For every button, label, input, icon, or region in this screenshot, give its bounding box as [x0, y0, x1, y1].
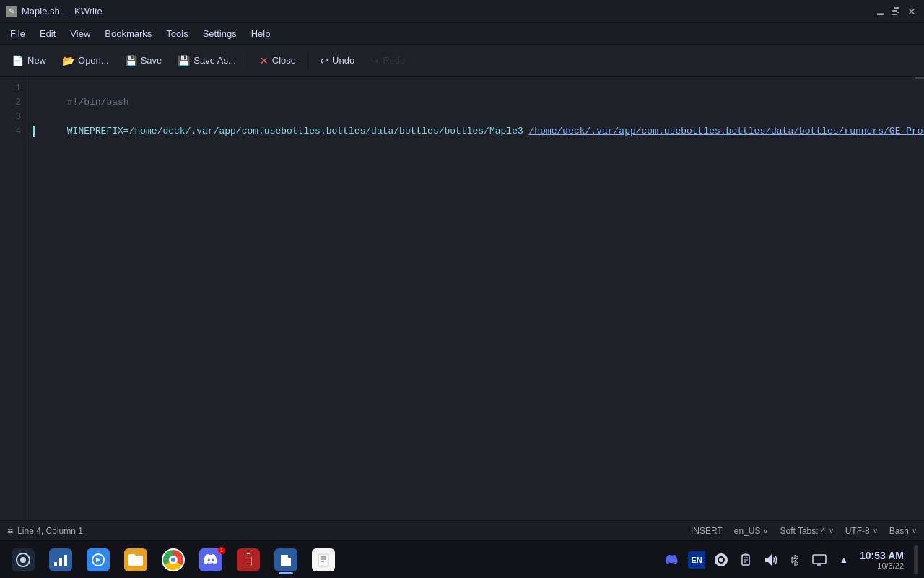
statusbar-left: ≡ Line 4, Column 1	[7, 525, 83, 537]
taskbar-tray: EN	[663, 545, 918, 574]
tabs-text: Soft Tabs: 4	[780, 526, 825, 536]
redo-button[interactable]: ↪ Redo	[363, 49, 412, 72]
tray-expand[interactable]: ▲	[835, 551, 853, 569]
toolbar-separator-2	[308, 52, 308, 69]
code-line-1: #!/bin/bash	[33, 81, 918, 95]
taskbar-app-notepad[interactable]	[306, 544, 341, 576]
chrome-icon-center	[169, 556, 178, 564]
taskbar-app-chrome[interactable]	[156, 544, 191, 576]
tray-volume[interactable]	[762, 551, 779, 569]
svg-rect-3	[64, 555, 67, 566]
taskmanager-icon	[49, 548, 72, 571]
line-num-3: 3	[0, 110, 27, 124]
tabs-selector[interactable]: Soft Tabs: 4 ∨	[780, 526, 833, 536]
redo-icon: ↪	[370, 56, 379, 66]
menu-edit[interactable]: Edit	[32, 25, 63, 42]
tray-clipboard[interactable]	[737, 551, 754, 569]
syntax-text: Bash	[889, 526, 909, 536]
taskbar-apps: 1	[6, 544, 341, 576]
editor-content[interactable]: #!/bin/bash WINEPREFIX=/home/deck/.var/a…	[27, 77, 924, 520]
language-text: en_US	[734, 526, 761, 536]
menu-file[interactable]: File	[3, 25, 32, 42]
titlebar-left: ✎ Maple.sh — KWrite	[6, 6, 103, 17]
close-button[interactable]: ✕	[905, 5, 918, 18]
wineprefix-path: /home/deck/.var/app/com.usebottles.bottl…	[129, 126, 523, 137]
tray-discord[interactable]	[663, 551, 681, 569]
notepad-icon	[312, 548, 335, 571]
clock-date: 10/3/22	[877, 561, 904, 570]
tray-steam[interactable]	[712, 551, 730, 569]
save-button[interactable]: 💾 Save	[118, 49, 170, 72]
titlebar-controls: 🗕 🗗 ✕	[873, 5, 918, 18]
svg-point-0	[20, 557, 26, 563]
insert-mode-text: INSERT	[691, 526, 723, 536]
tray-bluetooth[interactable]	[786, 551, 803, 569]
close-label: Close	[272, 55, 296, 66]
encoding-chevron: ∨	[873, 527, 878, 535]
scroll-indicator	[915, 77, 924, 79]
statusbar-right: INSERT en_US ∨ Soft Tabs: 4 ∨ UTF-8 ∨ Ba…	[691, 526, 917, 536]
menubar: File Edit View Bookmarks Tools Settings …	[0, 23, 924, 45]
taskbar-app-bottles[interactable]	[231, 544, 266, 576]
line-num-1: 1	[0, 81, 27, 95]
taskbar-app-kwrite[interactable]	[269, 544, 303, 576]
menu-settings[interactable]: Settings	[196, 25, 244, 42]
steam-deck-icon	[12, 548, 35, 571]
cursor-position: Line 4, Column 1	[17, 526, 83, 536]
taskbar-app-taskmanager[interactable]	[43, 544, 78, 576]
svg-rect-2	[59, 558, 62, 566]
menu-bookmarks[interactable]: Bookmarks	[97, 25, 159, 42]
tabs-chevron: ∨	[829, 527, 834, 535]
menu-tools[interactable]: Tools	[159, 25, 195, 42]
undo-label: Undo	[332, 55, 354, 66]
new-icon: 📄	[12, 56, 24, 66]
code-line-3: WINEPREFIX=/home/deck/.var/app/com.usebo…	[33, 110, 918, 124]
wineprefix-var: WINEPREFIX=	[67, 126, 129, 137]
kwrite-icon	[274, 548, 297, 571]
syntax-chevron: ∨	[912, 527, 917, 535]
open-icon: 📂	[62, 56, 74, 66]
minimize-button[interactable]: 🗕	[873, 5, 886, 18]
close-file-icon: ✕	[260, 56, 269, 66]
new-button[interactable]: 📄 New	[4, 49, 53, 72]
open-button[interactable]: 📂 Open...	[55, 49, 116, 72]
system-clock[interactable]: 10:53 AM 10/3/22	[860, 550, 904, 570]
taskbar-app-discord[interactable]: 1	[193, 544, 228, 576]
statusbar-menu-icon[interactable]: ≡	[7, 525, 13, 537]
saveas-icon: 💾	[178, 56, 190, 66]
encoding-text: UTF-8	[845, 526, 870, 536]
svg-rect-1	[54, 562, 57, 566]
bottles-icon	[237, 548, 260, 571]
encoding-selector[interactable]: UTF-8 ∨	[845, 526, 878, 536]
line-num-2: 2	[0, 95, 27, 110]
svg-rect-6	[813, 555, 826, 564]
shebang-text: #!/bin/bash	[67, 97, 129, 108]
menu-view[interactable]: View	[63, 25, 97, 42]
maximize-button[interactable]: 🗗	[889, 5, 902, 18]
taskbar-app-steam-deck[interactable]	[6, 544, 40, 576]
wine-path: /home/deck/.var/app/com.usebottles.bottl…	[529, 126, 924, 137]
language-chevron: ∨	[763, 527, 768, 535]
chrome-icon	[162, 548, 185, 571]
discord-badge: 1	[218, 547, 225, 554]
new-label: New	[27, 55, 46, 66]
tray-keyboard[interactable]: EN	[688, 551, 705, 569]
insert-mode: INSERT	[691, 526, 723, 536]
saveas-button[interactable]: 💾 Save As...	[170, 49, 243, 72]
chrome-icon-ring	[163, 550, 183, 570]
toolbar-separator-1	[248, 52, 248, 69]
undo-button[interactable]: ↩ Undo	[313, 49, 362, 72]
files-icon	[124, 548, 147, 571]
editor-container: 1 2 3 4 #!/bin/bash WINEPREFIX=/home/dec…	[0, 77, 924, 520]
code-line-2	[33, 95, 918, 110]
titlebar-title: Maple.sh — KWrite	[22, 6, 103, 17]
syntax-selector[interactable]: Bash ∨	[889, 526, 917, 536]
keyboard-layout: EN	[691, 556, 702, 564]
tray-display[interactable]	[811, 551, 828, 569]
close-file-button[interactable]: ✕ Close	[253, 49, 303, 72]
menu-help[interactable]: Help	[244, 25, 278, 42]
taskbar-app-discover[interactable]	[81, 544, 116, 576]
show-desktop-button[interactable]	[914, 545, 918, 574]
language-selector[interactable]: en_US ∨	[734, 526, 769, 536]
taskbar-app-files[interactable]	[118, 544, 153, 576]
